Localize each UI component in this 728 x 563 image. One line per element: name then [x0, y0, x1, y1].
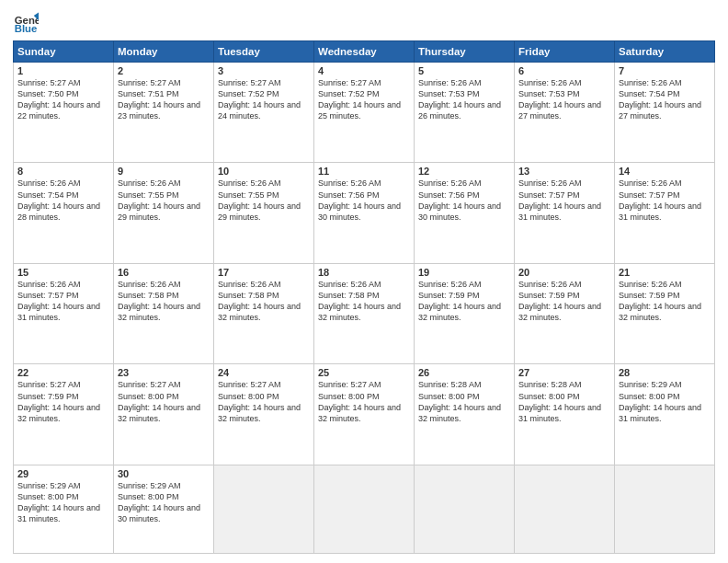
logo-icon: General Blue — [13, 9, 39, 35]
calendar-cell: 20Sunrise: 5:26 AMSunset: 7:59 PMDayligh… — [515, 263, 615, 363]
cell-content: Sunrise: 5:27 AMSunset: 8:00 PMDaylight:… — [318, 379, 410, 424]
day-number: 19 — [418, 267, 510, 278]
day-number: 15 — [17, 267, 109, 278]
calendar-cell — [214, 465, 314, 553]
day-number: 16 — [118, 267, 210, 278]
calendar-cell: 21Sunrise: 5:26 AMSunset: 7:59 PMDayligh… — [615, 263, 715, 363]
calendar-cell: 8Sunrise: 5:26 AMSunset: 7:54 PMDaylight… — [14, 163, 114, 263]
cell-content: Sunrise: 5:26 AMSunset: 7:54 PMDaylight:… — [619, 77, 711, 122]
weekday-header-wednesday: Wednesday — [314, 41, 415, 63]
cell-content: Sunrise: 5:26 AMSunset: 7:57 PMDaylight:… — [619, 178, 711, 223]
calendar-cell: 13Sunrise: 5:26 AMSunset: 7:57 PMDayligh… — [515, 163, 615, 263]
calendar-cell — [515, 465, 615, 553]
calendar-table: SundayMondayTuesdayWednesdayThursdayFrid… — [13, 40, 715, 554]
day-number: 23 — [118, 367, 210, 378]
day-number: 2 — [118, 65, 210, 76]
day-number: 11 — [318, 166, 410, 177]
calendar-cell: 11Sunrise: 5:26 AMSunset: 7:56 PMDayligh… — [314, 163, 415, 263]
cell-content: Sunrise: 5:26 AMSunset: 7:53 PMDaylight:… — [518, 77, 610, 122]
day-number: 21 — [619, 267, 711, 278]
calendar-cell: 9Sunrise: 5:26 AMSunset: 7:55 PMDaylight… — [114, 163, 214, 263]
calendar-cell: 12Sunrise: 5:26 AMSunset: 7:56 PMDayligh… — [415, 163, 515, 263]
day-number: 17 — [218, 267, 310, 278]
day-number: 20 — [518, 267, 610, 278]
cell-content: Sunrise: 5:26 AMSunset: 7:57 PMDaylight:… — [518, 178, 610, 223]
weekday-header-monday: Monday — [114, 41, 214, 63]
page: General Blue SundayMondayTuesdayWednesda… — [0, 0, 728, 563]
weekday-header-thursday: Thursday — [415, 41, 515, 63]
cell-content: Sunrise: 5:28 AMSunset: 8:00 PMDaylight:… — [418, 379, 510, 424]
calendar-cell: 1Sunrise: 5:27 AMSunset: 7:50 PMDaylight… — [14, 63, 114, 163]
day-number: 22 — [17, 367, 109, 378]
cell-content: Sunrise: 5:27 AMSunset: 7:52 PMDaylight:… — [218, 77, 310, 122]
cell-content: Sunrise: 5:26 AMSunset: 7:55 PMDaylight:… — [118, 178, 210, 223]
day-number: 10 — [218, 166, 310, 177]
day-number: 9 — [118, 166, 210, 177]
day-number: 3 — [218, 65, 310, 76]
calendar-cell: 18Sunrise: 5:26 AMSunset: 7:58 PMDayligh… — [314, 263, 415, 363]
day-number: 8 — [17, 166, 109, 177]
day-number: 12 — [418, 166, 510, 177]
cell-content: Sunrise: 5:26 AMSunset: 7:58 PMDaylight:… — [318, 279, 410, 324]
cell-content: Sunrise: 5:26 AMSunset: 7:59 PMDaylight:… — [418, 279, 510, 324]
cell-content: Sunrise: 5:26 AMSunset: 7:56 PMDaylight:… — [418, 178, 510, 223]
cell-content: Sunrise: 5:26 AMSunset: 7:54 PMDaylight:… — [17, 178, 109, 223]
cell-content: Sunrise: 5:26 AMSunset: 7:58 PMDaylight:… — [118, 279, 210, 324]
calendar-cell: 17Sunrise: 5:26 AMSunset: 7:58 PMDayligh… — [214, 263, 314, 363]
calendar-cell: 26Sunrise: 5:28 AMSunset: 8:00 PMDayligh… — [415, 364, 515, 465]
weekday-header-saturday: Saturday — [615, 41, 715, 63]
calendar-cell: 10Sunrise: 5:26 AMSunset: 7:55 PMDayligh… — [214, 163, 314, 263]
calendar-cell: 4Sunrise: 5:27 AMSunset: 7:52 PMDaylight… — [314, 63, 415, 163]
day-number: 5 — [418, 65, 510, 76]
cell-content: Sunrise: 5:27 AMSunset: 7:52 PMDaylight:… — [318, 77, 410, 122]
day-number: 25 — [318, 367, 410, 378]
day-number: 28 — [619, 367, 711, 378]
cell-content: Sunrise: 5:26 AMSunset: 7:57 PMDaylight:… — [17, 279, 109, 324]
day-number: 27 — [518, 367, 610, 378]
header: General Blue — [13, 9, 715, 35]
day-number: 26 — [418, 367, 510, 378]
calendar-cell: 23Sunrise: 5:27 AMSunset: 8:00 PMDayligh… — [114, 364, 214, 465]
cell-content: Sunrise: 5:27 AMSunset: 7:51 PMDaylight:… — [118, 77, 210, 122]
day-number: 24 — [218, 367, 310, 378]
day-number: 14 — [619, 166, 711, 177]
cell-content: Sunrise: 5:27 AMSunset: 8:00 PMDaylight:… — [218, 379, 310, 424]
weekday-header-tuesday: Tuesday — [214, 41, 314, 63]
calendar-cell: 24Sunrise: 5:27 AMSunset: 8:00 PMDayligh… — [214, 364, 314, 465]
day-number: 7 — [619, 65, 711, 76]
day-number: 1 — [17, 65, 109, 76]
cell-content: Sunrise: 5:27 AMSunset: 8:00 PMDaylight:… — [118, 379, 210, 424]
cell-content: Sunrise: 5:26 AMSunset: 7:55 PMDaylight:… — [218, 178, 310, 223]
cell-content: Sunrise: 5:27 AMSunset: 7:59 PMDaylight:… — [17, 379, 109, 424]
logo: General Blue — [13, 9, 39, 35]
calendar-cell: 14Sunrise: 5:26 AMSunset: 7:57 PMDayligh… — [615, 163, 715, 263]
calendar-cell: 22Sunrise: 5:27 AMSunset: 7:59 PMDayligh… — [14, 364, 114, 465]
cell-content: Sunrise: 5:26 AMSunset: 7:53 PMDaylight:… — [418, 77, 510, 122]
calendar-cell: 19Sunrise: 5:26 AMSunset: 7:59 PMDayligh… — [415, 263, 515, 363]
day-number: 29 — [17, 468, 109, 479]
day-number: 18 — [318, 267, 410, 278]
weekday-header-friday: Friday — [515, 41, 615, 63]
calendar-cell — [314, 465, 415, 553]
day-number: 6 — [518, 65, 610, 76]
calendar-cell: 2Sunrise: 5:27 AMSunset: 7:51 PMDaylight… — [114, 63, 214, 163]
calendar-cell: 7Sunrise: 5:26 AMSunset: 7:54 PMDaylight… — [615, 63, 715, 163]
cell-content: Sunrise: 5:29 AMSunset: 8:00 PMDaylight:… — [619, 379, 711, 424]
weekday-header-sunday: Sunday — [14, 41, 114, 63]
cell-content: Sunrise: 5:26 AMSunset: 7:59 PMDaylight:… — [518, 279, 610, 324]
calendar-cell: 15Sunrise: 5:26 AMSunset: 7:57 PMDayligh… — [14, 263, 114, 363]
calendar-cell: 16Sunrise: 5:26 AMSunset: 7:58 PMDayligh… — [114, 263, 214, 363]
cell-content: Sunrise: 5:26 AMSunset: 7:59 PMDaylight:… — [619, 279, 711, 324]
cell-content: Sunrise: 5:29 AMSunset: 8:00 PMDaylight:… — [118, 480, 210, 525]
day-number: 30 — [118, 468, 210, 479]
calendar-cell: 3Sunrise: 5:27 AMSunset: 7:52 PMDaylight… — [214, 63, 314, 163]
day-number: 13 — [518, 166, 610, 177]
calendar-cell — [615, 465, 715, 553]
cell-content: Sunrise: 5:26 AMSunset: 7:58 PMDaylight:… — [218, 279, 310, 324]
day-number: 4 — [318, 65, 410, 76]
calendar-cell: 30Sunrise: 5:29 AMSunset: 8:00 PMDayligh… — [114, 465, 214, 553]
cell-content: Sunrise: 5:29 AMSunset: 8:00 PMDaylight:… — [17, 480, 109, 525]
calendar-cell: 29Sunrise: 5:29 AMSunset: 8:00 PMDayligh… — [14, 465, 114, 553]
calendar-cell: 6Sunrise: 5:26 AMSunset: 7:53 PMDaylight… — [515, 63, 615, 163]
svg-text:Blue: Blue — [15, 23, 38, 34]
